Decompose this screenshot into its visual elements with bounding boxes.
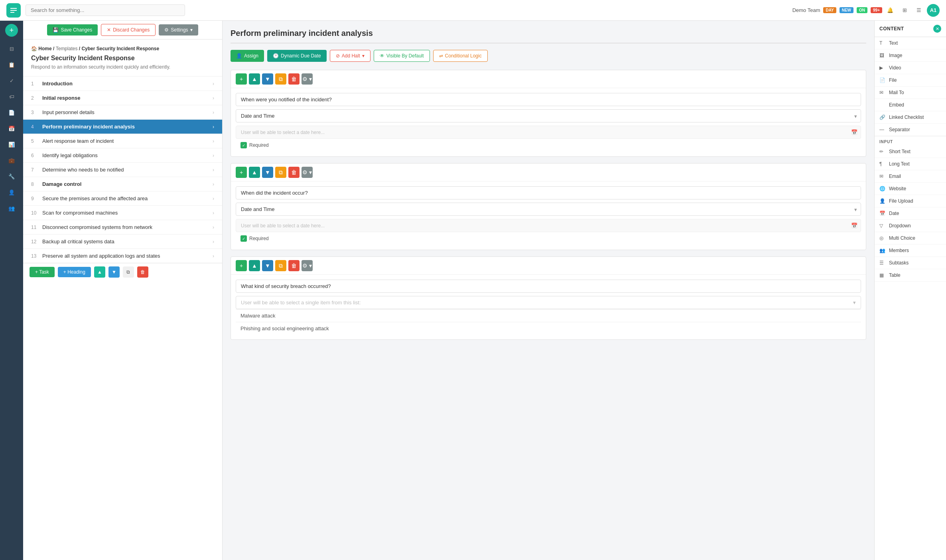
sidebar-template-icon[interactable]: 📄 [4, 105, 19, 120]
search-field[interactable] [26, 4, 185, 16]
field-type-select-2[interactable]: Date and Time [236, 203, 861, 216]
conditional-logic-button[interactable]: ⇌ Conditional Logic [433, 50, 488, 62]
field-add-button-1[interactable]: + [236, 73, 247, 85]
checklist-item-10[interactable]: 10 Scan for compromised machines › [23, 205, 222, 220]
content-item-embed[interactable]: Embed [875, 99, 946, 111]
grid-icon[interactable]: ⊞ [900, 6, 909, 15]
input-item-email[interactable]: ✉ Email [875, 170, 946, 183]
checklist-item-12[interactable]: 12 Backup all critical systems data › [23, 234, 222, 248]
sidebar-dashboard-icon[interactable]: ⊟ [4, 41, 19, 56]
field-add-button-3[interactable]: + [236, 260, 247, 271]
bell-icon[interactable]: 🔔 [885, 6, 895, 15]
checklist-item-1[interactable]: 1 Introduction › [23, 76, 222, 91]
checklist-item-8[interactable]: 8 Damage control › [23, 177, 222, 191]
list-icon[interactable]: ☰ [914, 6, 924, 15]
input-item-long-text[interactable]: ¶ Long Text [875, 158, 946, 170]
copy-button[interactable]: ⧉ [123, 266, 134, 278]
field-delete-button-1[interactable]: 🗑 [288, 73, 300, 85]
visible-by-default-button[interactable]: 👁 Visible By Default [374, 50, 430, 62]
field-dropdown-3[interactable]: User will be able to select a single ite… [236, 296, 861, 309]
add-heading-button[interactable]: + Heading [58, 267, 91, 277]
calendar-icon-2[interactable]: 📅 [848, 219, 861, 232]
discard-changes-button[interactable]: ✕ Discard Changes [101, 24, 156, 36]
sidebar-input-label: Members [889, 248, 909, 253]
field-down-button-2[interactable]: ▼ [262, 167, 273, 178]
logo[interactable] [6, 3, 21, 18]
icon-sidebar: + ⊟ 📋 ✓ 🏷 📄 📅 📊 💼 🔧 👤 👥 [0, 21, 23, 560]
breadcrumb-templates[interactable]: Templates [56, 46, 78, 51]
field-down-button-1[interactable]: ▼ [262, 73, 273, 85]
dynamic-due-date-button[interactable]: 🕐 Dynamic Due Date [267, 50, 327, 62]
sidebar-user-icon[interactable]: 👤 [4, 185, 19, 199]
move-up-button[interactable]: ▲ [94, 266, 105, 278]
field-up-button-1[interactable]: ▲ [249, 73, 260, 85]
move-down-button[interactable]: ▼ [108, 266, 120, 278]
field-question-2[interactable] [236, 186, 861, 199]
badge-on: ON [857, 7, 867, 13]
input-item-website[interactable]: 🌐 Website [875, 183, 946, 195]
input-item-members[interactable]: 👥 Members [875, 245, 946, 257]
field-settings-button-3[interactable]: ⚙ ▾ [302, 260, 313, 271]
required-check-2[interactable]: ✓ [240, 235, 247, 242]
content-item-separator[interactable]: — Separator [875, 124, 946, 136]
breadcrumb-home[interactable]: 🏠 Home [31, 46, 52, 51]
sidebar-group-icon[interactable]: 👥 [4, 201, 19, 215]
calendar-icon-1[interactable]: 📅 [848, 126, 861, 138]
content-item-text[interactable]: T Text [875, 37, 946, 49]
input-item-short-text[interactable]: ✏ Short Text [875, 146, 946, 158]
delete-button[interactable]: 🗑 [137, 266, 148, 278]
checklist-item-6[interactable]: 6 Identify legal obligations › [23, 148, 222, 162]
checklist-item-11[interactable]: 11 Disconnect compromised systems from n… [23, 220, 222, 234]
field-delete-button-2[interactable]: 🗑 [288, 167, 300, 178]
field-question-1[interactable] [236, 93, 861, 106]
input-item-table[interactable]: ▦ Table [875, 269, 946, 282]
field-up-button-2[interactable]: ▲ [249, 167, 260, 178]
assign-button[interactable]: 👤 Assign [231, 50, 264, 62]
avatar[interactable]: A1 [927, 4, 940, 17]
sidebar-chart-icon[interactable]: 📊 [4, 137, 19, 152]
field-copy-button-2[interactable]: ⧉ [275, 167, 286, 178]
input-item-multi-choice[interactable]: ◎ Multi Choice [875, 232, 946, 245]
input-item-subtasks[interactable]: ☰ Subtasks [875, 257, 946, 269]
checklist-item-5[interactable]: 5 Alert response team of incident › [23, 134, 222, 148]
field-down-button-3[interactable]: ▼ [262, 260, 273, 271]
content-item-image[interactable]: 🖼 Image [875, 49, 946, 62]
sidebar-tag-icon[interactable]: 🏷 [4, 89, 19, 104]
right-sidebar-close-button[interactable]: ✕ [933, 25, 941, 33]
settings-button[interactable]: ⚙ Settings ▾ [159, 24, 198, 35]
sidebar-briefcase-icon[interactable]: 💼 [4, 153, 19, 168]
checklist-item-13[interactable]: 13 Preserve all system and application l… [23, 248, 222, 263]
sidebar-tool-icon[interactable]: 🔧 [4, 169, 19, 183]
content-item-video[interactable]: ▶ Video [875, 62, 946, 74]
content-item-linked-checklist[interactable]: 🔗 Linked Checklist [875, 111, 946, 124]
checklist-item-3[interactable]: 3 Input personnel details › [23, 105, 222, 119]
assign-icon: 👤 [236, 53, 242, 59]
field-delete-button-3[interactable]: 🗑 [288, 260, 300, 271]
checklist-item-7[interactable]: 7 Determine who needs to be notified › [23, 162, 222, 177]
field-add-button-2[interactable]: + [236, 167, 247, 178]
input-item-dropdown[interactable]: ▽ Dropdown [875, 220, 946, 232]
field-up-button-3[interactable]: ▲ [249, 260, 260, 271]
checklist-item-4[interactable]: 4 Perform preliminary incident analysis … [23, 119, 222, 134]
sidebar-doc-icon[interactable]: 📋 [4, 57, 19, 72]
sidebar-check-icon[interactable]: ✓ [4, 73, 19, 88]
field-copy-button-3[interactable]: ⧉ [275, 260, 286, 271]
add-halt-button[interactable]: ⊘ Add Halt ▾ [330, 50, 371, 62]
search-input[interactable] [26, 4, 185, 16]
field-copy-button-1[interactable]: ⧉ [275, 73, 286, 85]
checklist-item-9[interactable]: 9 Secure the premises around the affecte… [23, 191, 222, 205]
field-settings-button-1[interactable]: ⚙ ▾ [302, 73, 313, 85]
field-question-3[interactable] [236, 280, 861, 293]
checklist-item-2[interactable]: 2 Initial response › [23, 91, 222, 105]
sidebar-calendar-icon[interactable]: 📅 [4, 121, 19, 136]
add-button[interactable]: + [5, 24, 18, 37]
save-changes-button[interactable]: 💾 Save Changes [47, 24, 98, 35]
content-item-file[interactable]: 📄 File [875, 74, 946, 87]
required-check-1[interactable]: ✓ [240, 142, 247, 148]
field-type-select-1[interactable]: Date and Time [236, 109, 861, 122]
input-item-date[interactable]: 📅 Date [875, 207, 946, 220]
input-item-file-upload[interactable]: 👤 File Upload [875, 195, 946, 207]
content-item-mail-to[interactable]: ✉ Mail To [875, 87, 946, 99]
add-task-button[interactable]: + Task [30, 267, 55, 277]
field-settings-button-2[interactable]: ⚙ ▾ [302, 167, 313, 178]
